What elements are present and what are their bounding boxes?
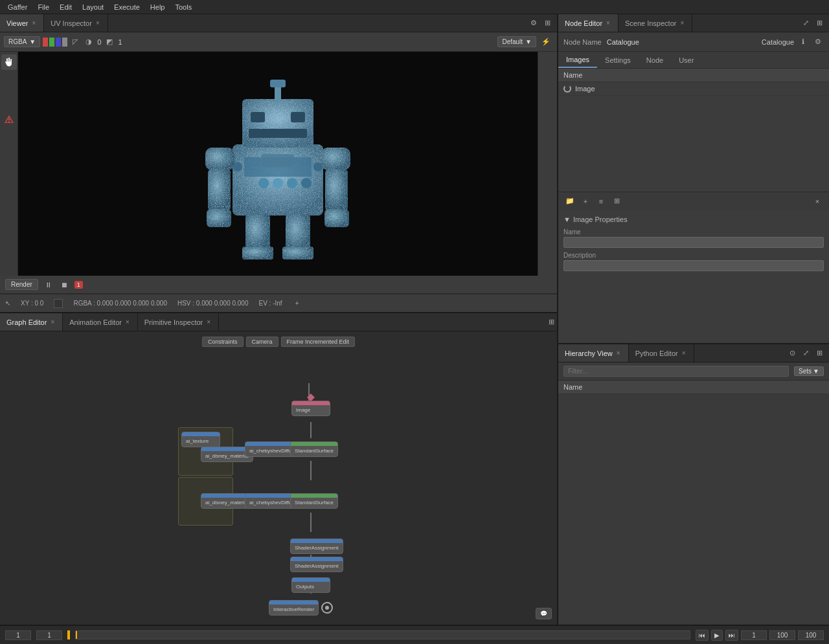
menu-gaffer[interactable]: Gaffer <box>3 2 32 12</box>
graph-node-a1[interactable]: ai_texture <box>181 432 220 447</box>
display-transform-dropdown[interactable]: Default ▼ <box>497 36 536 47</box>
menu-tools[interactable]: Tools <box>170 2 197 12</box>
sub-tab-settings[interactable]: Settings <box>597 52 639 68</box>
viewer-warning-icon[interactable] <box>1 111 17 127</box>
prev-frame-btn[interactable]: ⏮ <box>696 630 709 641</box>
timeline-track[interactable] <box>75 630 690 639</box>
graph-message-btn[interactable]: 💬 <box>536 608 552 619</box>
gamma-icon[interactable]: ◩ <box>104 36 115 47</box>
tab-scene-inspector[interactable]: Scene Inspector × <box>619 14 692 32</box>
clipping-icon[interactable]: ◸ <box>70 36 80 47</box>
timeline-start-input[interactable] <box>5 630 31 640</box>
sub-tab-images[interactable]: Images <box>558 52 597 68</box>
status-add-icon[interactable]: + <box>293 298 302 308</box>
play-btn[interactable]: ▶ <box>711 630 723 641</box>
tab-hierarchy-view[interactable]: Hierarchy View × <box>558 344 629 362</box>
toolbar-close-icon[interactable]: × <box>811 195 824 208</box>
hierarchy-layout-icon[interactable]: ⊞ <box>814 348 825 359</box>
constraints-btn[interactable]: Constraints <box>202 337 244 347</box>
toolbar-add-icon[interactable]: + <box>579 195 592 208</box>
timeline-current-input[interactable] <box>36 630 62 640</box>
render-button[interactable]: Render <box>5 279 38 290</box>
hierarchy-target-icon[interactable]: ⊙ <box>787 348 798 359</box>
tab-viewer[interactable]: Viewer × <box>0 14 44 32</box>
pause-icon[interactable]: ⏸ <box>42 280 54 290</box>
viewer-layout-icon[interactable]: ⊞ <box>542 17 553 28</box>
xy-coords: XY : 0 0 <box>21 300 43 307</box>
tab-hierarchy-view-close[interactable]: × <box>615 349 622 357</box>
timeline-current <box>36 630 62 640</box>
menu-execute[interactable]: Execute <box>109 2 145 12</box>
tab-animation-editor[interactable]: Animation Editor × <box>63 313 138 331</box>
graph-node-image[interactable]: Image <box>291 401 330 416</box>
tab-uv-inspector-close[interactable]: × <box>95 19 101 27</box>
graph-content[interactable]: Constraints Camera Frame Incremented Edi… <box>0 331 557 625</box>
node-editor-layout-icon[interactable]: ⊞ <box>814 17 825 28</box>
frame-total-input[interactable] <box>798 630 824 640</box>
toolbar-grid-icon[interactable]: ⊞ <box>610 195 623 208</box>
viewer-tab-icons: ⚙ ⊞ <box>528 17 557 28</box>
graph-node-e1[interactable]: ShaderAssignment <box>290 539 343 554</box>
graph-node-d3-label: StandardSurface <box>295 500 334 505</box>
graph-node-image-label: Image <box>296 407 310 413</box>
frame-btn[interactable]: Frame Incremented Edit <box>281 337 356 347</box>
graph-layout-icon[interactable]: ⊞ <box>546 316 557 328</box>
tab-python-editor-close[interactable]: × <box>681 349 687 357</box>
frame-end-input[interactable] <box>769 630 795 640</box>
node-editor-tab-icons: ⤢ ⊞ <box>797 17 829 28</box>
toolbar-list-icon[interactable]: ≡ <box>595 195 608 208</box>
channel-a <box>62 38 67 47</box>
node-editor-expand-icon[interactable]: ⤢ <box>801 17 812 28</box>
menu-file[interactable]: File <box>32 2 54 12</box>
colorspace-dropdown[interactable]: RGBA ▼ <box>4 36 40 47</box>
image-row-0[interactable]: Image <box>558 82 829 96</box>
tab-animation-editor-close[interactable]: × <box>124 318 131 326</box>
tab-python-editor[interactable]: Python Editor × <box>629 344 694 362</box>
graph-node-g[interactable]: InteractiveRender <box>269 600 319 616</box>
hsv-values: HSV : 0.000 0.000 0.000 <box>177 300 249 307</box>
svg-rect-5 <box>291 112 305 122</box>
node-info-icon[interactable]: ℹ <box>799 36 807 47</box>
hierarchy-expand-icon[interactable]: ⤢ <box>801 348 812 359</box>
sub-tab-node[interactable]: Node <box>639 52 671 68</box>
filter-input[interactable] <box>563 366 789 377</box>
graph-node-e2[interactable]: ShaderAssignment <box>290 557 343 572</box>
graph-node-c[interactable]: StandardSurface <box>290 441 338 457</box>
property-description-input[interactable] <box>563 260 824 271</box>
menu-edit[interactable]: Edit <box>54 2 77 12</box>
svg-rect-1 <box>242 99 313 148</box>
toolbar-folder-icon[interactable]: 📁 <box>563 195 576 208</box>
tab-primitive-inspector[interactable]: Primitive Inspector × <box>138 313 219 331</box>
graph-section: Graph Editor × Animation Editor × Primit… <box>0 312 557 625</box>
tab-primitive-inspector-close[interactable]: × <box>205 318 212 326</box>
tab-graph-editor-close[interactable]: × <box>49 318 56 326</box>
sets-button[interactable]: Sets ▼ <box>794 366 824 376</box>
next-frame-btn[interactable]: ⏭ <box>725 630 738 641</box>
camera-btn[interactable]: Camera <box>245 337 278 347</box>
tab-scene-inspector-close[interactable]: × <box>679 19 685 27</box>
viewer-settings-icon[interactable]: ⚙ <box>528 17 539 28</box>
tab-primitive-inspector-label: Primitive Inspector <box>144 318 203 326</box>
properties-collapse-icon[interactable]: ▼ <box>563 216 571 223</box>
viewer-hand-tool[interactable] <box>1 54 17 70</box>
property-name-input[interactable] <box>563 237 824 248</box>
viewer-flash-icon[interactable]: ⚡ <box>539 36 553 47</box>
error-badge: 1 <box>74 281 83 289</box>
color-preview <box>54 299 63 308</box>
tab-node-editor[interactable]: Node Editor × <box>558 14 619 32</box>
graph-node-d3[interactable]: StandardSurface <box>290 493 338 509</box>
right-toolbar-inner <box>538 54 557 57</box>
menu-help[interactable]: Help <box>145 2 170 12</box>
menu-layout[interactable]: Layout <box>77 2 109 12</box>
tab-uv-inspector[interactable]: UV Inspector × <box>44 14 108 32</box>
frame-number-input[interactable] <box>741 630 767 640</box>
tab-graph-editor[interactable]: Graph Editor × <box>0 313 63 331</box>
tab-viewer-close[interactable]: × <box>30 19 37 27</box>
stop-icon[interactable]: ⏹ <box>58 280 71 290</box>
tab-node-editor-close[interactable]: × <box>605 19 611 27</box>
sub-tab-user[interactable]: User <box>671 52 701 68</box>
main-layout: Viewer × UV Inspector × ⚙ ⊞ RGBA <box>0 14 829 625</box>
exposure-icon[interactable]: ◑ <box>83 36 95 47</box>
node-settings-icon[interactable]: ⚙ <box>812 36 824 47</box>
graph-node-f[interactable]: Outputs <box>291 577 330 593</box>
